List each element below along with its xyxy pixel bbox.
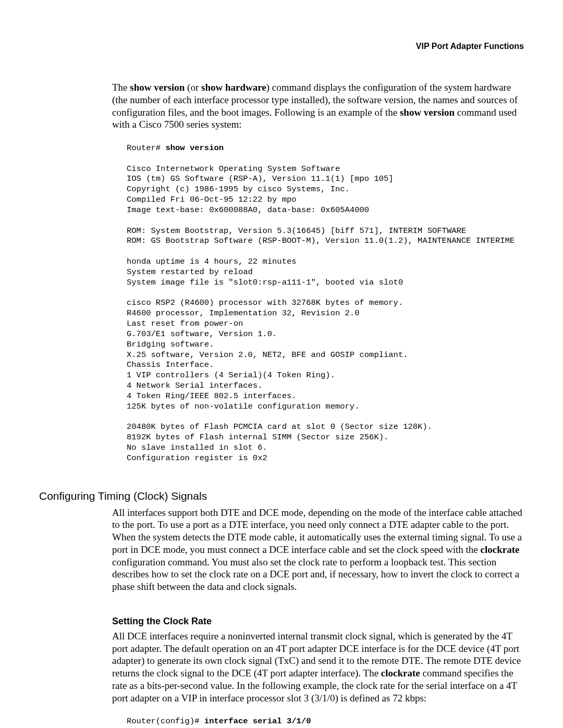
cmd-clockrate: clockrate xyxy=(480,544,519,555)
section-heading-timing: Configuring Timing (Clock) Signals xyxy=(39,490,524,502)
intro-paragraph: The show version (or show hardware) comm… xyxy=(112,81,524,131)
page-container: VIP Port Adapter Functions The show vers… xyxy=(0,0,563,728)
code-block-clockrate: Router(config)# interface serial 3/1/0 R… xyxy=(127,717,524,728)
clockrate-paragraph: All DCE interfaces require a noninverted… xyxy=(112,630,524,705)
cmd: interface serial 3/1/0 xyxy=(204,717,311,726)
text: configuration command. You must also set… xyxy=(112,557,519,593)
output: Cisco Internetwork Operating System Soft… xyxy=(127,164,515,463)
running-header: VIP Port Adapter Functions xyxy=(39,42,524,51)
text: All interfaces support both DTE and DCE … xyxy=(112,507,522,555)
cmd-show-version: show version xyxy=(130,82,185,93)
prompt: Router(config)# xyxy=(127,717,204,726)
cmd: show version xyxy=(165,143,224,153)
text: (or xyxy=(185,82,201,93)
cmd-show-hardware: show hardware xyxy=(201,82,266,93)
text: The xyxy=(112,82,130,93)
code-block-show-version: Router# show version Cisco Internetwork … xyxy=(127,143,524,464)
cmd-clockrate-2: clockrate xyxy=(381,668,420,678)
cmd-show-version-2: show version xyxy=(400,107,455,118)
prompt: Router# xyxy=(127,143,165,153)
subheading-clock-rate: Setting the Clock Rate xyxy=(112,616,524,627)
timing-paragraph: All interfaces support both DTE and DCE … xyxy=(112,507,524,593)
